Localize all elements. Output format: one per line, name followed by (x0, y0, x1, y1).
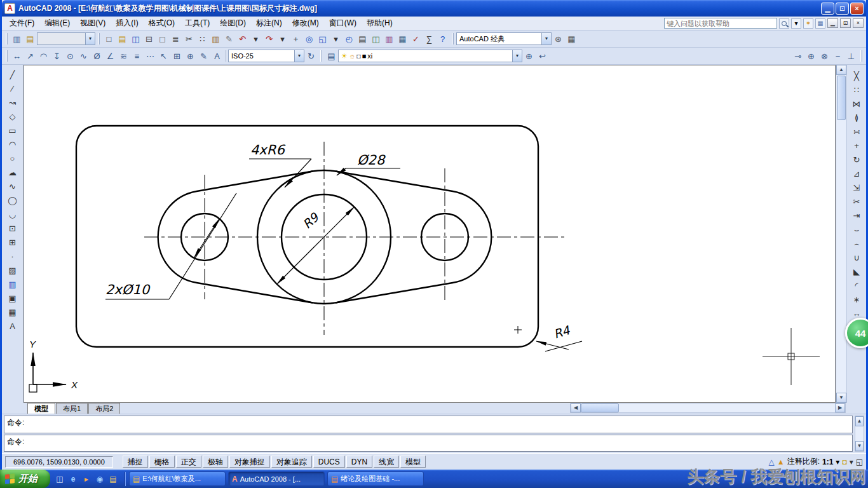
dim-radius-icon[interactable]: ⊙ (64, 50, 77, 63)
point-icon[interactable]: ∙ (5, 249, 19, 263)
erase-icon[interactable]: ╳ (850, 69, 864, 83)
plot-preview-icon[interactable]: ◻ (156, 32, 169, 46)
menu-tools[interactable]: 工具(T) (180, 17, 215, 30)
stretch-icon[interactable]: ⇲ (850, 180, 864, 194)
menu-modify[interactable]: 修改(M) (287, 17, 324, 30)
undo-dropdown-icon[interactable]: ▾ (249, 32, 262, 46)
command-scrollbar[interactable]: ▲ ▼ (855, 416, 864, 452)
menu-edit[interactable]: 编辑(E) (39, 17, 75, 30)
communication-center-icon[interactable]: ✶ (803, 18, 813, 29)
start-button[interactable]: 开始 (0, 470, 50, 488)
table-icon[interactable]: ▦ (5, 305, 19, 319)
make-object-layer-current-icon[interactable]: ⊕ (522, 50, 536, 63)
copy-icon[interactable]: ∷ (196, 32, 209, 46)
scroll-right-icon[interactable]: ▶ (835, 403, 845, 412)
messenger-icon[interactable]: ◉ (94, 473, 105, 485)
scroll-left-icon[interactable]: ◀ (571, 403, 581, 412)
menu-dimension[interactable]: 标注(N) (251, 17, 287, 30)
fillet-icon[interactable]: ◜ (850, 278, 864, 292)
markup-set-manager-icon[interactable]: ✓ (409, 32, 423, 46)
scroll-up-icon[interactable]: ▲ (855, 416, 864, 426)
dim-baseline-icon[interactable]: ≡ (130, 50, 144, 63)
tab-layout2[interactable]: 布局2 (88, 403, 120, 414)
window-layout-icon[interactable]: ▦ (565, 32, 578, 46)
toggle-osnap[interactable]: 对象捕捉 (229, 456, 270, 468)
plot-icon[interactable]: ⊟ (142, 32, 156, 46)
drawing-canvas[interactable]: 4xR6 Ø28 R9 2xØ10 R4 Y X (24, 65, 836, 403)
point-filter-icon[interactable]: ⊗ (818, 50, 831, 63)
close-button[interactable]: × (850, 3, 864, 15)
scroll-down-icon[interactable]: ▼ (836, 393, 846, 403)
dim-jogged-icon[interactable]: ∿ (77, 50, 90, 63)
menu-view[interactable]: 视图(V) (75, 17, 111, 30)
dim-text-edit-icon[interactable]: A (210, 50, 224, 63)
scale-icon[interactable]: ⊿ (850, 166, 864, 180)
tolerance-icon[interactable]: ⊞ (170, 50, 184, 63)
annotation-scale-value[interactable]: 1:1 (822, 458, 833, 466)
dimension-style-combo[interactable]: ISO-25▾ (228, 50, 304, 62)
cut-icon[interactable]: ✂ (182, 32, 196, 46)
workspace-settings-icon[interactable]: ⊛ (552, 32, 565, 46)
move-icon[interactable]: + (850, 139, 864, 152)
quick-leader-icon[interactable]: ↖ (157, 50, 170, 63)
region-icon[interactable]: ▣ (5, 291, 19, 305)
explode-icon[interactable]: ∗ (850, 292, 864, 306)
workspace-combo[interactable]: AutoCAD 经典▾ (456, 32, 552, 45)
scroll-up-icon[interactable]: ▲ (836, 65, 846, 75)
make-block-icon[interactable]: ⊞ (5, 235, 19, 249)
hatch-icon[interactable]: ▨ (5, 263, 19, 277)
rotate-icon[interactable]: ↻ (850, 152, 864, 166)
coordinates-readout[interactable]: 696.0076, 1509.0130, 0.0000 (5, 456, 113, 468)
toolbar-grip[interactable] (6, 33, 8, 44)
dim-diameter-icon[interactable]: Ø (90, 50, 104, 63)
menu-format[interactable]: 格式(O) (144, 17, 180, 30)
task-folder[interactable]: ▤ E:\何航红\教案及... (129, 471, 226, 486)
save-icon[interactable]: ◫ (129, 32, 142, 46)
menu-help[interactable]: 帮助(H) (362, 17, 398, 30)
zoom-window-icon[interactable]: ◱ (316, 32, 329, 46)
canvas-horizontal-scrollbar[interactable]: ◀ ▶ (570, 403, 846, 413)
toggle-polar[interactable]: 极轴 (203, 456, 228, 468)
help-search-input[interactable] (664, 18, 777, 29)
sheet-set-manager-icon[interactable]: ▦ (396, 32, 409, 46)
toggle-grid[interactable]: 栅格 (149, 456, 175, 468)
menu-insert[interactable]: 插入(I) (111, 17, 143, 30)
layer-on-icon[interactable]: ☀ (341, 52, 348, 60)
gradient-icon[interactable]: ▥ (5, 277, 19, 291)
annotation-scale-dropdown-icon[interactable]: ▾ (836, 458, 839, 466)
menu-file[interactable]: 文件(F) (4, 17, 39, 30)
menu-draw[interactable]: 绘图(D) (215, 17, 251, 30)
undo-icon[interactable]: ↶ (236, 32, 249, 46)
favorites-icon[interactable]: ▦ (815, 18, 825, 29)
restore-button[interactable]: ⊡ (836, 3, 849, 15)
zoom-flyout-dropdown-icon[interactable]: ▾ (329, 32, 342, 46)
toolbar-grip[interactable] (320, 50, 322, 62)
osnap-settings-icon[interactable]: ⊕ (804, 50, 818, 63)
ie-icon[interactable]: e (67, 473, 79, 485)
search-icon[interactable] (779, 18, 789, 29)
dim-ordinate-icon[interactable]: ↧ (50, 50, 64, 63)
toolbar-lock-icon[interactable]: ◘ (842, 458, 846, 466)
redo-icon[interactable]: ↷ (262, 32, 276, 46)
toolbar-grip[interactable] (452, 33, 454, 44)
open-icon[interactable]: ▤ (116, 32, 129, 46)
zoom-realtime-icon[interactable]: ◎ (302, 32, 316, 46)
chamfer-icon[interactable]: ◣ (850, 264, 864, 278)
task-presentation[interactable]: ▤ 绪论及绘图基础 -... (327, 471, 424, 486)
center-mark-icon[interactable]: ⊕ (184, 50, 197, 63)
dim-update-icon[interactable]: ↻ (304, 50, 318, 63)
dim-angular-icon[interactable]: ∠ (104, 50, 117, 63)
toggle-snap[interactable]: 捕捉 (123, 456, 148, 468)
toggle-otrack[interactable]: 对象追踪 (271, 456, 312, 468)
break-at-point-icon[interactable]: ⌣ (850, 222, 864, 236)
toolbar-grip[interactable] (860, 50, 862, 62)
line-icon[interactable]: ╱ (5, 67, 19, 81)
spline-icon[interactable]: ∿ (5, 179, 19, 193)
insert-block-icon[interactable]: ⊡ (5, 221, 19, 235)
properties-icon[interactable]: ▤ (356, 32, 369, 46)
dim-arc-length-icon[interactable]: ◠ (37, 50, 50, 63)
dim-linear-icon[interactable]: ↔ (10, 50, 24, 63)
rectangle-icon[interactable]: ▭ (5, 123, 19, 137)
toggle-ortho[interactable]: 正交 (176, 456, 201, 468)
open-sheet-icon[interactable]: ▤ (24, 32, 37, 46)
